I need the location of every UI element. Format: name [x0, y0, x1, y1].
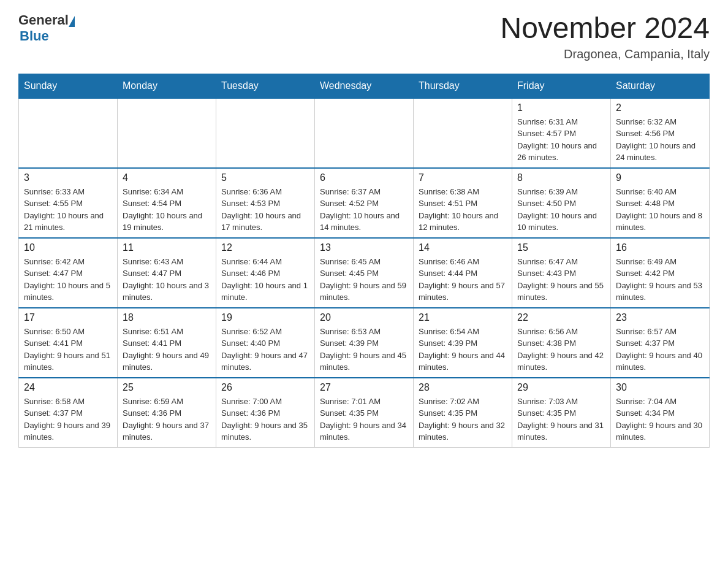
day-info: Sunrise: 6:46 AM Sunset: 4:44 PM Dayligh…: [419, 256, 507, 304]
calendar-cell: 26Sunrise: 7:00 AM Sunset: 4:36 PM Dayli…: [216, 378, 315, 448]
day-info: Sunrise: 6:39 AM Sunset: 4:50 PM Dayligh…: [517, 186, 605, 234]
calendar-table: SundayMondayTuesdayWednesdayThursdayFrid…: [18, 74, 710, 448]
day-info: Sunrise: 6:38 AM Sunset: 4:51 PM Dayligh…: [419, 186, 507, 234]
week-row-2: 3Sunrise: 6:33 AM Sunset: 4:55 PM Daylig…: [19, 168, 710, 238]
day-info: Sunrise: 7:01 AM Sunset: 4:35 PM Dayligh…: [320, 396, 408, 443]
calendar-cell: 11Sunrise: 6:43 AM Sunset: 4:47 PM Dayli…: [118, 238, 216, 308]
logo-triangle-icon: [69, 16, 75, 27]
day-number: 1: [517, 102, 605, 113]
logo-blue-text: Blue: [20, 28, 75, 44]
day-number: 22: [517, 312, 605, 323]
day-info: Sunrise: 6:50 AM Sunset: 4:41 PM Dayligh…: [24, 326, 112, 373]
day-info: Sunrise: 7:03 AM Sunset: 4:35 PM Dayligh…: [517, 396, 605, 443]
weekday-header-tuesday: Tuesday: [216, 74, 315, 98]
day-info: Sunrise: 6:44 AM Sunset: 4:46 PM Dayligh…: [221, 256, 309, 304]
day-info: Sunrise: 7:02 AM Sunset: 4:35 PM Dayligh…: [419, 396, 507, 443]
day-number: 7: [419, 172, 507, 183]
calendar-cell: 30Sunrise: 7:04 AM Sunset: 4:34 PM Dayli…: [611, 378, 710, 448]
day-info: Sunrise: 6:31 AM Sunset: 4:57 PM Dayligh…: [517, 116, 605, 164]
week-row-3: 10Sunrise: 6:42 AM Sunset: 4:47 PM Dayli…: [19, 238, 710, 308]
calendar-cell: 29Sunrise: 7:03 AM Sunset: 4:35 PM Dayli…: [512, 378, 611, 448]
day-number: 14: [419, 242, 507, 253]
day-number: 4: [123, 172, 211, 183]
calendar-cell: 2Sunrise: 6:32 AM Sunset: 4:56 PM Daylig…: [611, 98, 710, 168]
calendar-cell: 16Sunrise: 6:49 AM Sunset: 4:42 PM Dayli…: [611, 238, 710, 308]
weekday-header-friday: Friday: [512, 74, 611, 98]
day-info: Sunrise: 6:37 AM Sunset: 4:52 PM Dayligh…: [320, 186, 408, 234]
title-block: November 2024 Dragonea, Campania, Italy: [500, 12, 710, 61]
calendar-cell: 13Sunrise: 6:45 AM Sunset: 4:45 PM Dayli…: [315, 238, 414, 308]
calendar-cell: 4Sunrise: 6:34 AM Sunset: 4:54 PM Daylig…: [118, 168, 216, 238]
day-info: Sunrise: 6:49 AM Sunset: 4:42 PM Dayligh…: [616, 256, 704, 304]
calendar-cell: 19Sunrise: 6:52 AM Sunset: 4:40 PM Dayli…: [216, 308, 315, 378]
day-number: 3: [24, 172, 112, 183]
day-info: Sunrise: 6:42 AM Sunset: 4:47 PM Dayligh…: [24, 256, 112, 304]
day-number: 8: [517, 172, 605, 183]
day-number: 19: [221, 312, 309, 323]
day-number: 18: [123, 312, 211, 323]
day-info: Sunrise: 6:32 AM Sunset: 4:56 PM Dayligh…: [616, 116, 704, 164]
week-row-5: 24Sunrise: 6:58 AM Sunset: 4:37 PM Dayli…: [19, 378, 710, 448]
calendar-cell: 22Sunrise: 6:56 AM Sunset: 4:38 PM Dayli…: [512, 308, 611, 378]
month-year-title: November 2024: [500, 12, 710, 45]
calendar-cell: [414, 98, 512, 168]
day-info: Sunrise: 6:36 AM Sunset: 4:53 PM Dayligh…: [221, 186, 309, 234]
calendar-cell: 15Sunrise: 6:47 AM Sunset: 4:43 PM Dayli…: [512, 238, 611, 308]
calendar-cell: 25Sunrise: 6:59 AM Sunset: 4:36 PM Dayli…: [118, 378, 216, 448]
week-row-1: 1Sunrise: 6:31 AM Sunset: 4:57 PM Daylig…: [19, 98, 710, 168]
calendar-cell: 1Sunrise: 6:31 AM Sunset: 4:57 PM Daylig…: [512, 98, 611, 168]
day-number: 23: [616, 312, 704, 323]
day-number: 25: [123, 382, 211, 393]
calendar-cell: 3Sunrise: 6:33 AM Sunset: 4:55 PM Daylig…: [19, 168, 118, 238]
weekday-header-thursday: Thursday: [414, 74, 512, 98]
calendar-cell: [216, 98, 315, 168]
day-number: 26: [221, 382, 309, 393]
calendar-cell: 12Sunrise: 6:44 AM Sunset: 4:46 PM Dayli…: [216, 238, 315, 308]
day-number: 17: [24, 312, 112, 323]
weekday-header-row: SundayMondayTuesdayWednesdayThursdayFrid…: [19, 74, 710, 98]
day-number: 6: [320, 172, 408, 183]
calendar-cell: 14Sunrise: 6:46 AM Sunset: 4:44 PM Dayli…: [414, 238, 512, 308]
day-info: Sunrise: 6:47 AM Sunset: 4:43 PM Dayligh…: [517, 256, 605, 304]
day-number: 2: [616, 102, 704, 113]
logo: General Blue: [18, 12, 75, 44]
day-info: Sunrise: 6:58 AM Sunset: 4:37 PM Dayligh…: [24, 396, 112, 443]
day-info: Sunrise: 6:59 AM Sunset: 4:36 PM Dayligh…: [123, 396, 211, 443]
day-number: 13: [320, 242, 408, 253]
calendar-cell: 8Sunrise: 6:39 AM Sunset: 4:50 PM Daylig…: [512, 168, 611, 238]
calendar-cell: 28Sunrise: 7:02 AM Sunset: 4:35 PM Dayli…: [414, 378, 512, 448]
day-info: Sunrise: 6:54 AM Sunset: 4:39 PM Dayligh…: [419, 326, 507, 373]
day-info: Sunrise: 6:57 AM Sunset: 4:37 PM Dayligh…: [616, 326, 704, 373]
day-info: Sunrise: 6:53 AM Sunset: 4:39 PM Dayligh…: [320, 326, 408, 373]
page-header: General Blue November 2024 Dragonea, Cam…: [18, 12, 710, 61]
calendar-cell: 21Sunrise: 6:54 AM Sunset: 4:39 PM Dayli…: [414, 308, 512, 378]
day-number: 10: [24, 242, 112, 253]
calendar-cell: 6Sunrise: 6:37 AM Sunset: 4:52 PM Daylig…: [315, 168, 414, 238]
location-subtitle: Dragonea, Campania, Italy: [500, 47, 710, 61]
day-info: Sunrise: 6:40 AM Sunset: 4:48 PM Dayligh…: [616, 186, 704, 234]
day-number: 27: [320, 382, 408, 393]
day-number: 29: [517, 382, 605, 393]
calendar-cell: [315, 98, 414, 168]
day-info: Sunrise: 6:56 AM Sunset: 4:38 PM Dayligh…: [517, 326, 605, 373]
calendar-cell: 17Sunrise: 6:50 AM Sunset: 4:41 PM Dayli…: [19, 308, 118, 378]
day-number: 16: [616, 242, 704, 253]
calendar-cell: 7Sunrise: 6:38 AM Sunset: 4:51 PM Daylig…: [414, 168, 512, 238]
day-number: 21: [419, 312, 507, 323]
calendar-cell: 9Sunrise: 6:40 AM Sunset: 4:48 PM Daylig…: [611, 168, 710, 238]
day-info: Sunrise: 6:43 AM Sunset: 4:47 PM Dayligh…: [123, 256, 211, 304]
day-number: 15: [517, 242, 605, 253]
weekday-header-saturday: Saturday: [611, 74, 710, 98]
calendar-cell: [118, 98, 216, 168]
weekday-header-monday: Monday: [118, 74, 216, 98]
day-number: 24: [24, 382, 112, 393]
day-info: Sunrise: 6:45 AM Sunset: 4:45 PM Dayligh…: [320, 256, 408, 304]
day-number: 5: [221, 172, 309, 183]
day-info: Sunrise: 6:52 AM Sunset: 4:40 PM Dayligh…: [221, 326, 309, 373]
weekday-header-wednesday: Wednesday: [315, 74, 414, 98]
day-info: Sunrise: 7:00 AM Sunset: 4:36 PM Dayligh…: [221, 396, 309, 443]
day-info: Sunrise: 7:04 AM Sunset: 4:34 PM Dayligh…: [616, 396, 704, 443]
day-number: 28: [419, 382, 507, 393]
day-info: Sunrise: 6:51 AM Sunset: 4:41 PM Dayligh…: [123, 326, 211, 373]
calendar-cell: 18Sunrise: 6:51 AM Sunset: 4:41 PM Dayli…: [118, 308, 216, 378]
